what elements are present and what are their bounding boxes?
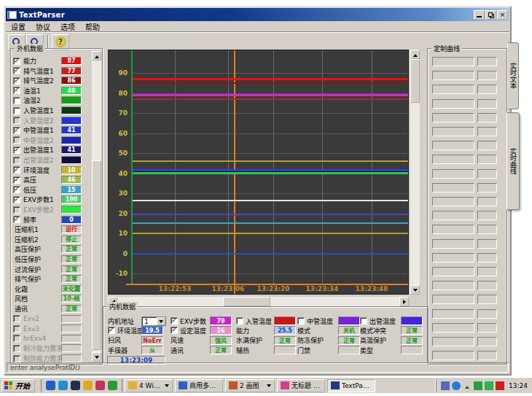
indoor-checkbox[interactable] — [236, 317, 243, 325]
curve-name-slot-0[interactable] — [432, 57, 474, 66]
curve-value-slot-12[interactable] — [477, 225, 497, 234]
indoor-address-dropdown[interactable]: 1 — [141, 317, 166, 326]
media-player-icon[interactable] — [71, 381, 80, 390]
chart-vertical-scrollbar[interactable] — [410, 50, 420, 295]
curve-name-slot-10[interactable] — [432, 197, 474, 206]
series-checkbox[interactable] — [13, 206, 20, 214]
series-checkbox[interactable] — [13, 136, 20, 144]
browser-icon[interactable] — [58, 381, 68, 390]
curve-name-slot-11[interactable] — [432, 211, 474, 220]
chart-scroll-down-button[interactable] — [410, 285, 420, 295]
curve-value-slot-10[interactable] — [477, 197, 497, 206]
network-icon[interactable] — [474, 381, 482, 390]
series-checkbox[interactable] — [13, 58, 20, 65]
close-button[interactable]: × — [497, 10, 508, 20]
tab-实时曲线[interactable]: 实时曲线 — [506, 112, 520, 210]
curve-name-slot-17[interactable] — [432, 295, 474, 304]
restore-button[interactable] — [485, 10, 496, 20]
series-checkbox[interactable] — [13, 67, 20, 74]
scroll-up-button[interactable] — [92, 51, 101, 61]
task-button-2[interactable]: 2 画图 — [225, 379, 275, 392]
series-checkbox[interactable] — [13, 77, 20, 85]
curve-value-slot-4[interactable] — [477, 113, 497, 123]
indoor-checkbox[interactable] — [108, 327, 115, 334]
series-checkbox[interactable] — [13, 157, 20, 164]
dropdown-arrow-button[interactable] — [157, 317, 165, 325]
series-checkbox[interactable] — [13, 216, 20, 223]
extra-checkbox[interactable] — [13, 355, 20, 362]
curve-value-slot-14[interactable] — [477, 253, 497, 263]
antivirus-icon[interactable] — [485, 381, 493, 390]
curve-value-slot-0[interactable] — [477, 57, 497, 66]
curve-name-slot-2[interactable] — [432, 85, 474, 94]
task-button-3[interactable]: 无标题 - C... — [277, 379, 325, 392]
curve-name-slot-8[interactable] — [432, 169, 474, 179]
series-checkbox[interactable] — [13, 166, 20, 174]
folder-icon[interactable] — [83, 381, 93, 390]
curve-value-slot-3[interactable] — [477, 99, 497, 109]
curve-name-slot-7[interactable] — [432, 155, 474, 164]
mail-icon[interactable] — [95, 381, 105, 390]
curve-value-slot-6[interactable] — [477, 141, 497, 150]
menu-item-1[interactable]: 协议 — [31, 20, 55, 33]
curve-name-slot-5[interactable] — [432, 127, 474, 136]
curve-name-slot-14[interactable] — [432, 253, 474, 263]
extra-checkbox[interactable] — [13, 315, 20, 322]
series-checkbox[interactable] — [13, 186, 20, 193]
menu-item-0[interactable]: 设置 — [6, 20, 31, 33]
outdoor-panel-scrollbar[interactable] — [92, 51, 101, 362]
curve-value-slot-5[interactable] — [477, 127, 497, 136]
curve-name-slot-4[interactable] — [432, 113, 474, 123]
series-checkbox[interactable] — [13, 117, 20, 124]
curve-value-slot-15[interactable] — [477, 267, 497, 276]
realtime-chart[interactable]: 9080706050403020100-1013:22:5313:23:0613… — [108, 50, 409, 295]
curve-name-slot-9[interactable] — [432, 183, 474, 193]
curve-name-slot-19[interactable] — [432, 323, 474, 333]
chart-h-thumb[interactable] — [223, 297, 270, 306]
curve-value-slot-20[interactable] — [477, 337, 497, 346]
indoor-checkbox[interactable] — [171, 317, 178, 325]
curve-name-slot-3[interactable] — [432, 99, 474, 109]
printer-icon[interactable] — [441, 381, 450, 390]
curve-name-slot-16[interactable] — [432, 281, 474, 290]
chart-v-thumb[interactable] — [410, 59, 420, 103]
curve-name-slot-6[interactable] — [432, 141, 474, 150]
curve-value-slot-17[interactable] — [477, 295, 497, 304]
indoor-checkbox[interactable] — [360, 317, 367, 325]
menu-item-3[interactable]: 帮助 — [80, 20, 105, 33]
scroll-down-button[interactable] — [92, 352, 101, 362]
curve-name-slot-1[interactable] — [432, 71, 474, 80]
chevron-up-icon[interactable] — [463, 381, 472, 390]
curve-value-slot-7[interactable] — [477, 155, 497, 164]
indoor-checkbox[interactable] — [171, 327, 178, 334]
series-checkbox[interactable] — [13, 107, 20, 114]
chart-scroll-right-button[interactable] — [399, 297, 409, 306]
task-button-1[interactable]: 商用多联机... — [175, 379, 223, 392]
scrollbar-thumb[interactable] — [92, 160, 101, 350]
curve-name-slot-20[interactable] — [432, 337, 474, 346]
series-checkbox[interactable] — [13, 196, 20, 203]
curve-value-slot-9[interactable] — [477, 183, 497, 193]
minimize-button[interactable] — [474, 10, 485, 20]
task-button-0[interactable]: 4 Windows... — [125, 379, 173, 392]
curve-name-slot-15[interactable] — [432, 267, 474, 276]
curve-value-slot-2[interactable] — [477, 85, 497, 94]
curve-name-slot-12[interactable] — [432, 225, 474, 234]
messenger-icon[interactable] — [452, 381, 461, 390]
curve-name-slot-21[interactable] — [432, 351, 474, 360]
curve-value-slot-18[interactable] — [477, 309, 497, 319]
start-button[interactable]: 开始 — [1, 379, 35, 392]
title-bar[interactable]: TextParser × — [6, 8, 509, 21]
curve-value-slot-16[interactable] — [477, 281, 497, 290]
curve-name-slot-13[interactable] — [432, 239, 474, 249]
extra-checkbox[interactable] — [13, 345, 20, 352]
curve-value-slot-21[interactable] — [477, 351, 497, 360]
series-checkbox[interactable] — [13, 87, 20, 94]
series-checkbox[interactable] — [13, 97, 20, 104]
series-checkbox[interactable] — [13, 127, 20, 134]
curve-value-slot-19[interactable] — [477, 323, 497, 333]
extra-checkbox[interactable] — [13, 325, 20, 333]
download-icon[interactable] — [496, 381, 504, 390]
curve-value-slot-11[interactable] — [477, 211, 497, 220]
series-checkbox[interactable] — [13, 176, 20, 184]
